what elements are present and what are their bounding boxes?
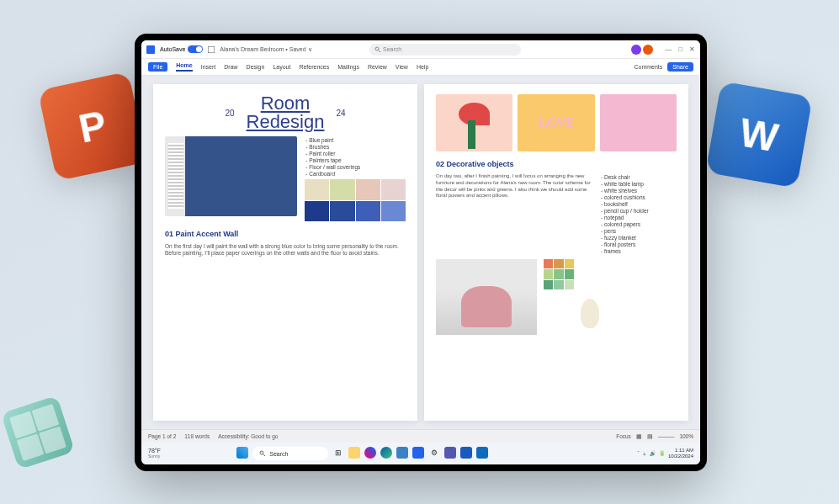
view-web-icon[interactable]: ▤ bbox=[647, 433, 653, 440]
page-title: Room Redesign bbox=[247, 94, 325, 131]
chair-photo bbox=[436, 259, 537, 335]
section-heading: 01 Paint Accent Wall bbox=[165, 230, 406, 238]
page-2: LOVE 02 Decorative objects On day two, a… bbox=[424, 84, 688, 421]
photos-icon[interactable] bbox=[412, 447, 424, 459]
powerpoint-icon: P bbox=[38, 72, 147, 181]
save-icon[interactable] bbox=[208, 46, 215, 53]
lamp-photo bbox=[581, 299, 599, 328]
tab-insert[interactable]: Insert bbox=[201, 64, 216, 70]
search-input[interactable]: Search bbox=[369, 44, 521, 56]
tab-review[interactable]: Review bbox=[368, 64, 387, 70]
system-tray[interactable]: ˄ ⏚ 🔊 🔋 1:11 AM 10/22/2024 bbox=[637, 448, 693, 459]
search-placeholder: Search bbox=[383, 46, 401, 52]
shapes-art bbox=[600, 94, 677, 151]
titlebar: AutoSave Alana's Dream Bedroom • Saved ∨… bbox=[141, 40, 700, 59]
year-suffix: 24 bbox=[336, 109, 345, 118]
body-paragraph: On day two, after I finish painting, I w… bbox=[436, 173, 592, 199]
copilot-icon[interactable] bbox=[364, 447, 376, 459]
svg-rect-0 bbox=[146, 45, 155, 54]
tab-help[interactable]: Help bbox=[417, 64, 428, 70]
task-view-icon[interactable]: ⊞ bbox=[332, 447, 344, 459]
ribbon: File Home Insert Draw Design Layout Refe… bbox=[141, 59, 700, 76]
close-button[interactable]: ✕ bbox=[689, 45, 695, 53]
flower-art bbox=[436, 94, 512, 151]
maximize-button[interactable]: □ bbox=[678, 45, 682, 53]
autosave-toggle[interactable]: AutoSave bbox=[160, 45, 203, 53]
tab-file[interactable]: File bbox=[148, 62, 167, 72]
word-icon[interactable] bbox=[460, 447, 472, 459]
page-1: 20 Room Redesign 24 Blue paintBrushes Pa… bbox=[153, 84, 417, 421]
window-controls: — □ ✕ bbox=[665, 45, 695, 53]
explorer-icon[interactable] bbox=[348, 447, 360, 459]
outlook-icon[interactable] bbox=[476, 447, 488, 459]
autosave-label: AutoSave bbox=[160, 46, 185, 52]
weather-widget[interactable]: 78°F Sunny bbox=[148, 448, 161, 459]
battery-icon[interactable]: 🔋 bbox=[659, 451, 665, 457]
taskbar: 78°F Sunny Search ⊞ ⚙ ˄ ⏚ 🔊 🔋 bbox=[141, 443, 700, 464]
clock[interactable]: 1:11 AM 10/22/2024 bbox=[668, 448, 693, 459]
avatar[interactable] bbox=[631, 45, 641, 55]
svg-line-3 bbox=[379, 50, 380, 52]
year-prefix: 20 bbox=[225, 109, 234, 118]
document-name[interactable]: Alana's Dream Bedroom • Saved ∨ bbox=[220, 46, 311, 53]
store-icon[interactable] bbox=[396, 447, 408, 459]
word-app-icon: W bbox=[705, 81, 812, 188]
document-canvas[interactable]: 20 Room Redesign 24 Blue paintBrushes Pa… bbox=[141, 76, 700, 429]
search-icon bbox=[374, 46, 380, 52]
tab-draw[interactable]: Draw bbox=[224, 64, 237, 70]
tab-design[interactable]: Design bbox=[247, 64, 265, 70]
settings-icon[interactable]: ⚙ bbox=[428, 447, 440, 459]
minimize-button[interactable]: — bbox=[665, 45, 672, 53]
svg-point-4 bbox=[260, 451, 263, 454]
avatar[interactable] bbox=[643, 45, 653, 55]
page-indicator[interactable]: Page 1 of 2 bbox=[148, 433, 176, 439]
collaborator-avatars[interactable] bbox=[631, 45, 653, 55]
svg-line-5 bbox=[263, 454, 265, 456]
accessibility-status[interactable]: Accessibility: Good to go bbox=[218, 433, 278, 439]
screen: AutoSave Alana's Dream Bedroom • Saved ∨… bbox=[141, 40, 700, 464]
chevron-up-icon[interactable]: ˄ bbox=[637, 451, 640, 457]
body-paragraph: On the first day I will paint the wall w… bbox=[165, 243, 406, 257]
edge-icon[interactable] bbox=[380, 447, 392, 459]
focus-mode[interactable]: Focus bbox=[616, 433, 631, 439]
word-count[interactable]: 118 words bbox=[184, 433, 210, 439]
color-swatches bbox=[544, 259, 574, 289]
love-art: LOVE bbox=[518, 94, 594, 151]
share-button[interactable]: Share bbox=[667, 62, 693, 72]
zoom-level[interactable]: 100% bbox=[679, 433, 693, 439]
tab-references[interactable]: References bbox=[299, 64, 329, 70]
tab-view[interactable]: View bbox=[396, 64, 408, 70]
decorative-swatch-icon bbox=[1, 395, 75, 470]
search-icon bbox=[259, 450, 266, 457]
view-print-icon[interactable]: ▦ bbox=[636, 433, 642, 440]
paint-swatches bbox=[305, 179, 406, 221]
tab-layout[interactable]: Layout bbox=[273, 64, 290, 70]
statusbar: Page 1 of 2 118 words Accessibility: Goo… bbox=[141, 429, 700, 443]
volume-icon[interactable]: 🔊 bbox=[650, 451, 656, 457]
zoom-slider[interactable]: ——— bbox=[658, 433, 675, 439]
svg-point-2 bbox=[375, 47, 379, 50]
room-photo bbox=[165, 136, 297, 216]
tablet-frame: AutoSave Alana's Dream Bedroom • Saved ∨… bbox=[135, 34, 707, 471]
start-button[interactable] bbox=[236, 447, 248, 459]
svg-rect-1 bbox=[208, 46, 215, 53]
tab-mailings[interactable]: Mailings bbox=[337, 64, 359, 70]
tab-home[interactable]: Home bbox=[176, 62, 192, 72]
taskbar-search[interactable]: Search bbox=[252, 447, 328, 460]
wifi-icon[interactable]: ⏚ bbox=[643, 451, 646, 457]
comments-button[interactable]: Comments bbox=[634, 64, 662, 70]
decor-list: Desk chairwhite table lamp white shelves… bbox=[601, 173, 677, 254]
section-heading: 02 Decorative objects bbox=[436, 160, 677, 168]
teams-icon[interactable] bbox=[444, 447, 456, 459]
word-doc-icon bbox=[146, 45, 155, 54]
art-gallery: LOVE bbox=[436, 94, 677, 151]
